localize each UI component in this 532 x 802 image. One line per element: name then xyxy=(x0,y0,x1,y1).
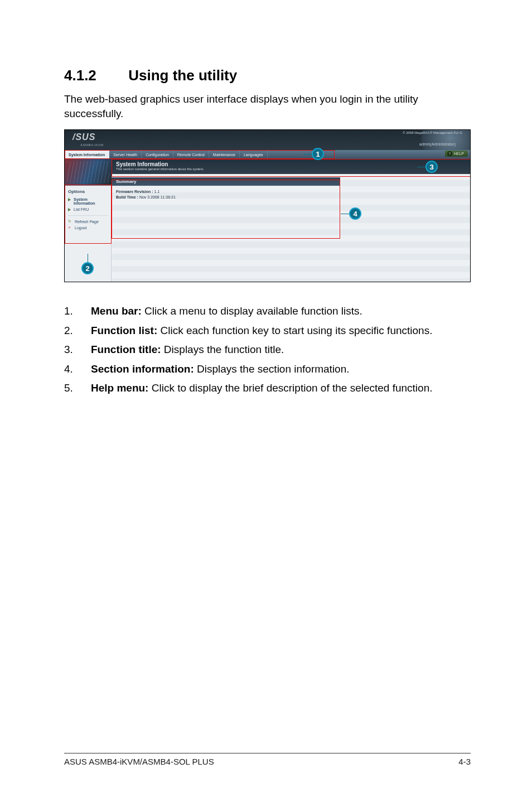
buildtime-value: Nov 3 2008 11:38:21 xyxy=(139,195,176,199)
sidebar-title: Options xyxy=(68,189,108,194)
summary-header: Summary xyxy=(112,177,340,186)
sidebar-item-list-fru[interactable]: List FRU xyxy=(68,206,108,212)
section-intro: The web-based graphics user interface di… xyxy=(64,92,471,120)
list-term: Section information: xyxy=(91,363,194,375)
buildtime-label: Build Time : xyxy=(116,195,138,199)
firmware-label: Firmware Revision : xyxy=(116,190,153,194)
sidebar-divider xyxy=(68,215,108,216)
preview-thumbnail xyxy=(65,159,112,186)
section-heading: 4.1.2 Using the utility xyxy=(64,67,471,84)
list-desc: Click a menu to display available functi… xyxy=(142,305,362,317)
list-desc: Click each function key to start using i… xyxy=(157,325,432,336)
footer-right: 4-3 xyxy=(458,757,471,766)
callout-legend: 1. Menu bar: Click a menu to display ava… xyxy=(64,303,471,397)
section-number: 4.1.2 xyxy=(64,67,124,84)
summary-row: Firmware Revision : 1.1 xyxy=(116,189,336,195)
sidebar-refresh[interactable]: Refresh Page xyxy=(68,219,108,225)
list-number: 2. xyxy=(64,323,91,339)
help-button[interactable]: ? HELP xyxy=(445,151,468,157)
firmware-value: 1.1 xyxy=(154,190,159,194)
leader-4 xyxy=(341,214,350,214)
menu-item-system-information[interactable]: System Information xyxy=(65,150,109,159)
list-term: Help menu: xyxy=(91,382,148,394)
summary-row: Build Time : Nov 3 2008 11:38:21 xyxy=(116,195,336,200)
help-label: HELP xyxy=(454,152,464,156)
utility-screenshot: /SUS ASMB4-iKVM © 2008 MegaRAC® Manageme… xyxy=(64,129,471,282)
list-item: 2. Function list: Click each function ke… xyxy=(64,323,471,339)
list-item: 4. Section information: Displays the sec… xyxy=(64,361,471,378)
sidebar-item-system-information[interactable]: System Information xyxy=(68,196,108,206)
function-title: System Information xyxy=(116,161,466,167)
list-desc: Displays the function title. xyxy=(161,344,284,355)
footer-left: ASUS ASMB4-iKVM/ASMB4-SOL PLUS xyxy=(64,757,214,766)
list-term: Menu bar: xyxy=(91,305,142,317)
list-item: 3. Function title: Displays the function… xyxy=(64,342,471,358)
leader-2 xyxy=(88,254,88,263)
function-title-bar: System Information This section contains… xyxy=(112,159,470,174)
banner-copyright: © 2008 MegaRAC® Management For G xyxy=(403,131,462,134)
summary-panel: Summary Firmware Revision : 1.1 Build Ti… xyxy=(112,177,340,204)
list-desc: Displays the section information. xyxy=(194,363,350,375)
list-term: Function list: xyxy=(91,325,157,336)
menu-item-server-health[interactable]: Server Health xyxy=(109,150,142,159)
list-number: 3. xyxy=(64,342,91,358)
section-title: Using the utility xyxy=(128,67,237,84)
list-term: Function title: xyxy=(91,344,161,355)
sidebar-logout[interactable]: Logout xyxy=(68,225,108,231)
app-banner: /SUS ASMB4-iKVM © 2008 MegaRAC® Manageme… xyxy=(65,130,470,150)
page-footer: ASUS ASMB4-iKVM/ASMB4-SOL PLUS 4-3 xyxy=(64,753,471,766)
list-number: 1. xyxy=(64,303,91,320)
list-desc: Click to display the brief description o… xyxy=(148,382,432,394)
brand-logo: /SUS xyxy=(72,132,95,142)
menu-item-remote-control[interactable]: Remote Control xyxy=(173,150,209,159)
help-icon: ? xyxy=(447,151,452,156)
menu-item-configuration[interactable]: Configuration xyxy=(142,150,173,159)
leader-3 xyxy=(417,167,426,167)
list-number: 5. xyxy=(64,380,91,397)
user-label: admin(Administrator) xyxy=(419,142,456,146)
leader-1 xyxy=(303,154,312,154)
list-number: 4. xyxy=(64,361,91,378)
function-subtitle: This section contains general informatio… xyxy=(116,167,466,171)
main-content-area: Summary Firmware Revision : 1.1 Build Ti… xyxy=(112,174,470,282)
menu-item-maintenance[interactable]: Maintenance xyxy=(209,150,240,159)
menu-bar: System Information Server Health Configu… xyxy=(65,150,470,159)
menu-item-languages[interactable]: Languages xyxy=(240,150,268,159)
list-item: 1. Menu bar: Click a menu to display ava… xyxy=(64,303,471,320)
brand-subtitle: ASMB4-iKVM xyxy=(80,143,104,147)
list-item: 5. Help menu: Click to display the brief… xyxy=(64,380,471,397)
